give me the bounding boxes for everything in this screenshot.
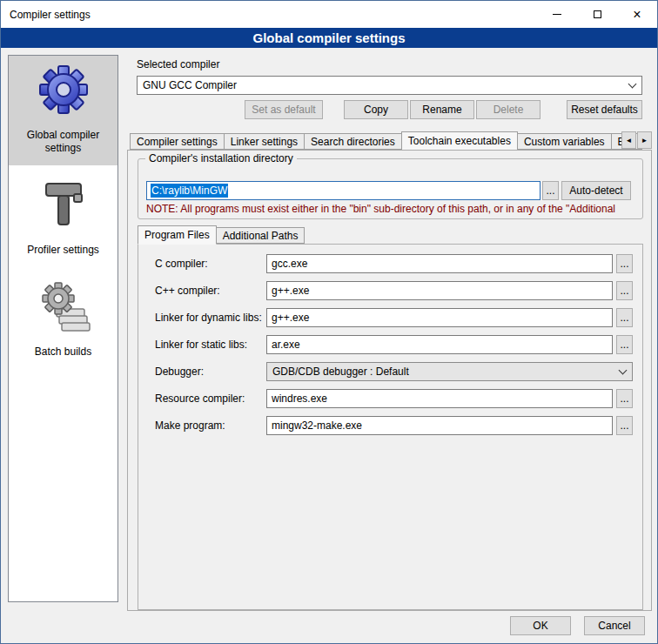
debugger-row: Debugger: GDB/CDB debugger : Default xyxy=(138,362,642,381)
close-icon: × xyxy=(633,8,641,22)
profiler-tool-icon xyxy=(36,176,91,231)
dynamic-linker-row: Linker for dynamic libs: ... xyxy=(138,308,642,327)
browse-make-program-button[interactable]: ... xyxy=(616,416,633,435)
selected-compiler-dropdown[interactable]: GNU GCC Compiler xyxy=(137,76,642,95)
c-compiler-label: C compiler: xyxy=(155,254,208,273)
installation-directory-input[interactable]: C:\raylib\MinGW xyxy=(146,181,540,200)
program-files-tabbar: Program Files Additional Paths xyxy=(138,225,641,244)
installation-directory-groupbox: Compiler's installation directory C:\ray… xyxy=(138,158,643,219)
minimize-button[interactable] xyxy=(537,1,577,28)
static-linker-input[interactable] xyxy=(266,335,613,354)
titlebar: Compiler settings × xyxy=(1,1,657,28)
dynamic-linker-input[interactable] xyxy=(266,308,613,327)
c-compiler-input[interactable] xyxy=(266,254,613,273)
sidebar-item-label: Profiler settings xyxy=(27,244,99,257)
resource-compiler-input[interactable] xyxy=(266,389,613,408)
debugger-dropdown[interactable]: GDB/CDB debugger : Default xyxy=(266,362,633,381)
rename-button[interactable]: Rename xyxy=(410,100,474,119)
tab-toolchain-executables[interactable]: Toolchain executables xyxy=(401,131,518,150)
tab-linker-settings[interactable]: Linker settings xyxy=(224,133,305,150)
toolchain-executables-panel: Compiler's installation directory C:\ray… xyxy=(127,150,652,611)
auto-detect-button[interactable]: Auto-detect xyxy=(561,181,631,200)
gear-blue-icon xyxy=(36,61,91,117)
make-program-label: Make program: xyxy=(155,416,225,435)
make-program-input[interactable] xyxy=(266,416,613,435)
page-title: Global compiler settings xyxy=(1,28,657,48)
close-button[interactable]: × xyxy=(617,1,657,28)
debugger-label: Debugger: xyxy=(155,362,204,381)
installation-directory-legend: Compiler's installation directory xyxy=(145,152,297,164)
compiler-buttons-row: Set as default Copy Rename Delete Reset … xyxy=(137,100,642,119)
resource-compiler-label: Resource compiler: xyxy=(155,389,245,408)
make-program-row: Make program: ... xyxy=(138,416,642,435)
static-linker-label: Linker for static libs: xyxy=(155,335,247,354)
sidebar-item-global-compiler-settings[interactable]: Global compiler settings xyxy=(9,56,118,165)
selected-compiler-value: GNU GCC Compiler xyxy=(143,79,237,91)
sidebar-item-label: Batch builds xyxy=(35,345,91,359)
compiler-settings-window: Compiler settings × Global compiler sett… xyxy=(0,0,658,644)
dynamic-linker-label: Linker for dynamic libs: xyxy=(155,308,262,327)
tab-custom-variables[interactable]: Custom variables xyxy=(517,133,612,150)
gear-gray-stack-icon xyxy=(36,278,91,333)
tab-scroll-left-icon[interactable]: ◄ xyxy=(621,131,636,149)
program-files-panel: C compiler: ... C++ compiler: ... Linker… xyxy=(138,244,643,610)
cpp-compiler-input[interactable] xyxy=(266,281,613,300)
browse-dynamic-linker-button[interactable]: ... xyxy=(616,308,633,327)
copy-button[interactable]: Copy xyxy=(344,100,408,119)
ok-button[interactable]: OK xyxy=(510,616,571,635)
maximize-button[interactable] xyxy=(577,1,617,28)
sidebar-item-profiler-settings[interactable]: Profiler settings xyxy=(9,171,118,267)
browse-static-linker-button[interactable]: ... xyxy=(616,335,633,354)
c-compiler-row: C compiler: ... xyxy=(138,254,642,273)
dialog-footer: OK Cancel xyxy=(510,616,645,635)
debugger-value: GDB/CDB debugger : Default xyxy=(272,366,409,378)
browse-directory-button[interactable]: ... xyxy=(542,181,559,200)
window-title: Compiler settings xyxy=(1,9,91,21)
note-text: NOTE: All programs must exist either in … xyxy=(146,203,636,215)
maximize-icon xyxy=(594,10,601,18)
installation-directory-value: C:\raylib\MinGW xyxy=(151,184,228,198)
tab-additional-paths[interactable]: Additional Paths xyxy=(216,227,306,244)
browse-c-compiler-button[interactable]: ... xyxy=(616,254,633,273)
category-sidebar: Global compiler settings Profiler settin… xyxy=(8,55,118,602)
tab-program-files[interactable]: Program Files xyxy=(138,225,217,245)
cancel-button[interactable]: Cancel xyxy=(584,616,645,635)
browse-cpp-compiler-button[interactable]: ... xyxy=(616,281,633,300)
minimize-icon xyxy=(553,14,561,15)
browse-resource-compiler-button[interactable]: ... xyxy=(616,389,633,408)
chevron-down-icon xyxy=(614,364,631,379)
tab-scroll-right-icon[interactable]: ► xyxy=(637,131,652,149)
static-linker-row: Linker for static libs: ... xyxy=(138,335,642,354)
reset-defaults-button[interactable]: Reset defaults xyxy=(567,100,642,119)
cpp-compiler-row: C++ compiler: ... xyxy=(138,281,642,300)
installation-directory-row: C:\raylib\MinGW ... Auto-detect xyxy=(138,181,642,200)
delete-button: Delete xyxy=(476,100,540,119)
cpp-compiler-label: C++ compiler: xyxy=(155,281,220,300)
sidebar-item-label: Global compiler settings xyxy=(10,129,116,155)
chevron-down-icon xyxy=(624,77,641,93)
settings-tabbar: Compiler settings Linker settings Search… xyxy=(130,131,652,150)
tab-scroll-arrows: ◄ ► xyxy=(621,131,652,149)
main-area: Selected compiler GNU GCC Compiler Set a… xyxy=(127,53,652,611)
window-controls: × xyxy=(537,1,657,28)
tab-compiler-settings[interactable]: Compiler settings xyxy=(130,133,225,150)
resource-compiler-row: Resource compiler: ... xyxy=(138,389,642,408)
tab-search-directories[interactable]: Search directories xyxy=(304,133,402,150)
set-as-default-button: Set as default xyxy=(245,100,323,119)
selected-compiler-label: Selected compiler xyxy=(137,58,219,70)
sidebar-item-batch-builds[interactable]: Batch builds xyxy=(9,272,118,369)
